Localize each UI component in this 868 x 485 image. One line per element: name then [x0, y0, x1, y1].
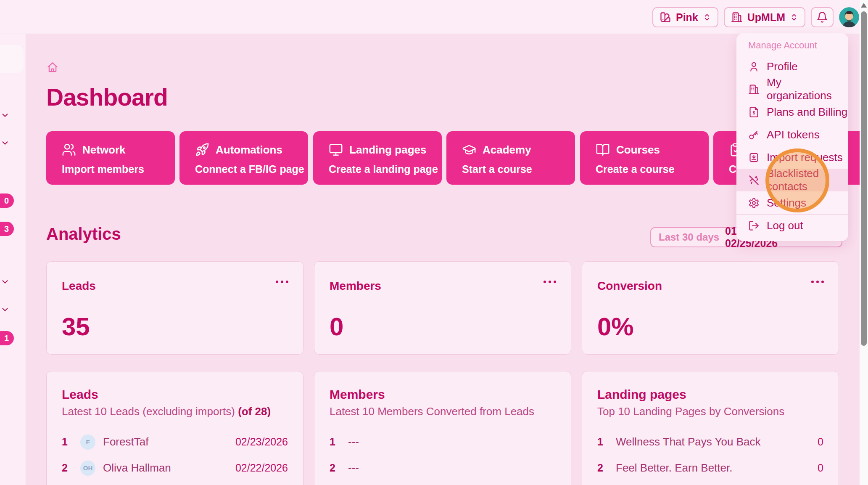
- sidebar-count-badge: 3: [0, 222, 14, 236]
- stat-card-conversion: Conversion 0%: [582, 261, 839, 355]
- graduation-cap-icon: [462, 143, 476, 157]
- sidebar-active-item[interactable]: [0, 45, 24, 73]
- list-subtitle: Latest 10 Members Converted from Leads: [330, 405, 556, 418]
- analytics-heading: Analytics: [46, 225, 121, 244]
- section-divider: [47, 206, 845, 206]
- list-title: Leads: [62, 387, 288, 402]
- stat-title: Conversion: [597, 279, 823, 293]
- file-dollar-icon: $: [748, 106, 760, 118]
- building-icon: [731, 11, 743, 23]
- log-out-icon: [748, 220, 760, 231]
- action-card-title: Network: [82, 143, 126, 156]
- scrollbar-thumb[interactable]: [861, 11, 867, 346]
- menu-item-import-requests[interactable]: Import requests: [736, 146, 848, 169]
- list-title: Members: [330, 387, 556, 402]
- action-card-automations[interactable]: Automations Connect a FB/IG page: [179, 131, 308, 185]
- list-title: Landing pages: [597, 387, 823, 402]
- list-item[interactable]: 2 OH Oliva Hallman 02/22/2026: [62, 455, 288, 481]
- chevrons-up-down-icon: [790, 13, 798, 21]
- list-item[interactable]: 1 Wellness That Pays You Back 0: [597, 429, 823, 455]
- chevron-down-icon[interactable]: [0, 138, 10, 148]
- members-list-card: Members Latest 10 Members Converted from…: [314, 371, 571, 485]
- sidebar: 0 3 1: [0, 34, 26, 485]
- svg-text:$: $: [753, 111, 755, 115]
- page-title: Dashboard: [46, 83, 168, 111]
- menu-item-log-out[interactable]: Log out: [736, 214, 848, 237]
- leads-list-card: Leads Latest 10 Leads (excluding imports…: [46, 371, 303, 485]
- avatar: OH: [80, 461, 95, 476]
- swatch-book-icon: [660, 11, 671, 23]
- avatar: F: [80, 435, 95, 450]
- stat-card-leads: Leads 35: [46, 261, 303, 355]
- monitor-icon: [329, 143, 343, 157]
- action-card-subtitle: Connect a FB/IG page: [195, 163, 308, 175]
- organization-select-label: UpMLM: [747, 11, 785, 24]
- bell-icon: [816, 11, 828, 23]
- account-menu-title: Manage Account: [748, 40, 848, 51]
- menu-item-my-organizations[interactable]: My organizations: [736, 78, 848, 101]
- import-tray-icon: [748, 152, 760, 163]
- account-menu: Manage Account Profile My organizations …: [736, 33, 848, 241]
- action-card-courses[interactable]: Courses Create a course: [580, 131, 709, 185]
- sidebar-count-badge: 0: [0, 193, 14, 208]
- landing-pages-list-card: Landing pages Top 10 Landing Pages by Co…: [582, 371, 839, 485]
- organization-select[interactable]: UpMLM: [724, 7, 805, 27]
- theme-select[interactable]: Pink: [652, 7, 718, 27]
- action-card-academy[interactable]: Academy Start a course: [446, 131, 575, 185]
- card-menu-button[interactable]: [543, 280, 557, 284]
- stat-title: Leads: [62, 279, 288, 293]
- book-open-icon: [596, 143, 610, 157]
- action-card-landing-pages[interactable]: Landing pages Create a landing page: [313, 131, 442, 185]
- chevrons-up-down-icon: [703, 13, 711, 21]
- building-icon: [748, 84, 760, 95]
- list-item: 2 ---: [330, 455, 556, 481]
- page-scrollbar: [860, 0, 868, 485]
- action-card-title: Landing pages: [349, 143, 426, 156]
- gear-icon: [748, 197, 760, 209]
- theme-select-label: Pink: [676, 11, 698, 24]
- user-avatar[interactable]: [839, 7, 859, 27]
- stat-value: 35: [62, 312, 288, 341]
- chevron-down-icon[interactable]: [0, 111, 10, 120]
- menu-item-blacklisted-contacts[interactable]: Blacklisted contacts: [736, 169, 848, 191]
- stat-value: 0%: [597, 312, 823, 341]
- action-card-title: Automations: [216, 143, 282, 156]
- user-icon: [748, 61, 760, 72]
- scroll-up-arrow-icon[interactable]: [861, 3, 867, 8]
- notifications-button[interactable]: [811, 7, 834, 27]
- action-card-subtitle: Create a course: [596, 163, 709, 175]
- sidebar-count-badge: 1: [0, 331, 14, 345]
- stat-title: Members: [330, 279, 556, 293]
- action-card-subtitle: Import members: [62, 163, 175, 175]
- menu-item-api-tokens[interactable]: API tokens: [736, 123, 848, 146]
- list-item[interactable]: 2 Feel Better. Earn Better. 0: [597, 455, 823, 481]
- card-menu-button[interactable]: [275, 280, 289, 284]
- menu-item-plans-billing[interactable]: $ Plans and Billing: [736, 101, 848, 123]
- action-card-title: Academy: [483, 143, 531, 156]
- key-icon: [748, 129, 760, 140]
- home-icon[interactable]: [46, 61, 59, 74]
- chevron-down-icon[interactable]: [0, 305, 10, 314]
- list-subtitle: Latest 10 Leads (excluding imports) (of …: [62, 405, 288, 418]
- menu-item-profile[interactable]: Profile: [736, 55, 848, 78]
- megaphone-off-icon: [748, 175, 760, 186]
- rocket-icon: [195, 143, 209, 157]
- chevron-down-icon[interactable]: [0, 277, 10, 286]
- users-icon: [62, 143, 76, 157]
- stat-value: 0: [330, 312, 556, 341]
- action-card-network[interactable]: Network Import members: [46, 131, 175, 185]
- main-content: Dashboard Network Import members Automat…: [26, 34, 860, 485]
- list-item[interactable]: 1 F ForestTaf 02/23/2026: [62, 429, 288, 455]
- action-card-title: Courses: [616, 143, 660, 156]
- top-bar: Pink UpMLM: [0, 0, 868, 34]
- date-range-preset: Last 30 days: [659, 231, 719, 243]
- list-item: 1 ---: [330, 429, 556, 455]
- action-card-subtitle: Start a course: [462, 163, 575, 175]
- card-menu-button[interactable]: [811, 280, 824, 284]
- stat-card-members: Members 0: [314, 261, 571, 355]
- menu-item-settings[interactable]: Settings: [736, 191, 848, 214]
- action-card-subtitle: Create a landing page: [329, 163, 442, 175]
- list-subtitle: Top 10 Landing Pages by Conversions: [597, 405, 823, 418]
- header-controls: Pink UpMLM: [652, 7, 859, 27]
